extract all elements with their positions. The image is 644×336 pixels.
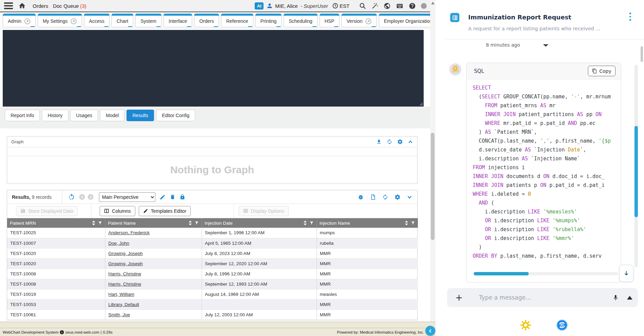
chat-scrollbar[interactable] [634,65,638,267]
tab-editor-config[interactable]: Editor Config [156,110,195,121]
gear-icon[interactable] [397,139,403,145]
scroll-up-arrow-icon[interactable] [431,2,435,4]
sort-icon[interactable] [92,221,96,225]
collapse-up-icon[interactable] [627,296,632,300]
user-name[interactable]: MIE, Alice [275,3,298,9]
message-input[interactable] [479,294,612,301]
results-gear-icon[interactable] [394,194,401,200]
chat-scrollbar-thumb[interactable] [634,126,638,217]
next-page-icon[interactable] [88,194,94,200]
patient-link[interactable]: Smith, Joe [108,312,130,317]
display-options-button[interactable]: Display Options [239,206,289,216]
home-icon[interactable] [18,2,26,10]
globe-icon[interactable] [384,2,391,10]
sort-icon[interactable] [188,221,192,225]
edit-perspective-icon[interactable] [159,194,166,200]
scroll-to-bottom-button[interactable] [619,265,633,282]
collapse-chevron-icon[interactable] [408,139,413,145]
column-header-injection-name[interactable]: Injection Name [317,218,418,228]
tab-history[interactable]: History [42,110,68,121]
cell-injection-name: measles [317,289,418,299]
patient-link[interactable]: Growing, Joseph [108,251,143,256]
patient-link[interactable]: Harris, Christine [108,271,141,276]
collapse-chat-button[interactable] [425,326,435,336]
cell-patient-mrn: TEST-10020 [7,258,105,269]
chat-menu-icon[interactable] [629,13,631,21]
resize-handle-icon[interactable] [419,102,423,106]
sort-icon[interactable] [303,221,307,225]
cell-patient-mrn: TEST-10020 [7,248,105,258]
tab-reference[interactable]: Reference [221,14,253,27]
patient-link[interactable]: Hart, William [108,292,135,297]
ai-button[interactable]: AI [255,2,264,10]
cell-injection-date [202,299,317,309]
debug-icon[interactable] [358,194,364,200]
patient-link[interactable]: Anderson, Frederick [108,230,150,235]
patient-link[interactable]: Doe, John [108,241,130,246]
attach-plus-icon[interactable]: + [455,293,463,302]
scrollbar-thumb[interactable] [431,133,435,240]
tab-admin[interactable]: Admin [3,14,36,27]
tab-my-settings[interactable]: My Settings [38,14,82,27]
loading-gear-icon [520,319,531,331]
info-icon[interactable]: i [60,330,64,334]
magic-wand-icon[interactable] [371,2,378,10]
copy-button[interactable]: Copy [588,66,615,76]
user-role: - SuperUser [301,3,328,9]
delete-perspective-icon[interactable] [170,194,175,200]
templates-editor-button[interactable]: Templates Editor [139,206,191,216]
table-row: TEST-10007Doe, JohnApril 5, 1965 12:00 A… [7,238,418,248]
filter-icon[interactable] [98,221,102,225]
tab-employer-organizations[interactable]: Employer Organizations [379,14,430,27]
sort-icon[interactable] [405,221,408,225]
cell-patient-name: Harris, Christine [105,269,202,279]
tab-access[interactable]: Access [84,14,109,27]
expand-chevron-icon[interactable] [407,194,412,200]
cell-injection-name: MMR [317,279,418,289]
timestamp-chevron-icon[interactable] [543,44,548,47]
store-displayed-data-button[interactable]: Store Displayed Data [16,206,78,216]
tab-printing[interactable]: Printing [255,14,282,27]
refresh-results-icon[interactable] [382,194,388,200]
window-scrollbar-thumb[interactable] [641,46,643,62]
code-hscroll-thumb[interactable] [474,272,529,275]
patient-link[interactable]: Growing, Joseph [108,261,143,266]
tab-scheduling[interactable]: Scheduling [284,14,317,27]
filter-icon[interactable] [194,221,199,225]
keyboard-icon[interactable] [396,2,404,10]
column-header-patient-name[interactable]: Patient Name [105,218,202,228]
columns-button[interactable]: Columns [100,206,135,216]
tab-report-info[interactable]: Report Info [5,110,40,121]
cell-patient-mrn: TEST-10053 [7,299,105,309]
tab-chart[interactable]: Chart [112,14,133,27]
perspective-select[interactable]: Main Perspective [99,192,155,202]
filter-icon[interactable] [411,221,415,225]
tab-version[interactable]: Version [341,14,377,27]
lock-icon[interactable] [180,194,185,200]
microphone-icon[interactable] [612,294,619,301]
code-horizontal-scrollbar[interactable] [474,272,618,275]
search-icon[interactable] [359,2,366,10]
tab-interface[interactable]: Interface [164,14,192,27]
breadcrumb-orders[interactable]: Orders [33,3,48,9]
filter-icon[interactable] [309,221,314,225]
undo-icon[interactable] [68,193,75,201]
menu-icon[interactable] [4,2,13,9]
tab-system[interactable]: System [135,14,162,27]
help-icon[interactable] [409,2,416,10]
patient-link[interactable]: Library, Default [108,302,139,307]
column-header-patient-mrn[interactable]: Patient MRN [7,218,105,228]
breadcrumb-doc-queue[interactable]: Doc Queue(3) [53,3,86,9]
tab-orders[interactable]: Orders [194,14,219,27]
main-scrollbar[interactable] [430,0,436,322]
tab-results[interactable]: Results [126,110,154,121]
refresh-icon[interactable] [387,139,392,145]
tab-hsp[interactable]: HSP [320,14,340,27]
tab-model[interactable]: Model [100,110,124,121]
tab-usages[interactable]: Usages [70,110,98,121]
export-file-icon[interactable] [370,194,376,200]
patient-link[interactable]: Harris, Christine [108,282,141,287]
column-header-injection-date[interactable]: Injection Date [202,218,317,228]
prev-page-icon[interactable] [79,194,85,200]
download-icon[interactable] [376,139,382,145]
